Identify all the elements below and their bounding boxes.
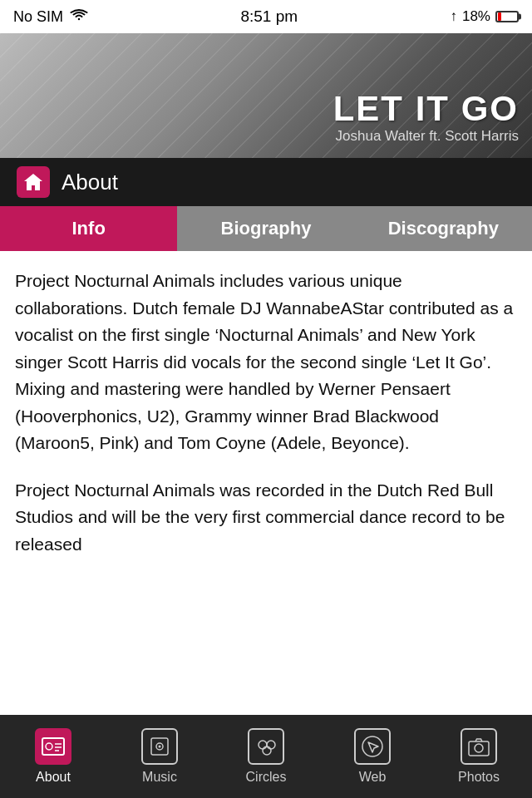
hero-title: LET IT GO (333, 91, 519, 126)
svg-point-10 (259, 741, 267, 749)
location-icon: ↑ (450, 8, 457, 25)
tabs-bar: Info Biography Discography (0, 206, 532, 251)
bottom-nav: About Music Circles (0, 715, 532, 798)
nav-item-about[interactable]: About (0, 715, 106, 798)
status-time: 8:51 pm (240, 7, 298, 26)
tab-discography[interactable]: Discography (355, 206, 532, 251)
svg-point-9 (159, 746, 161, 748)
nav-label-photos: Photos (458, 770, 500, 785)
card-icon (35, 728, 71, 765)
hero-text-block: LET IT GO Joshua Walter ft. Scott Harris (333, 91, 519, 145)
status-left: No SIM (13, 8, 88, 26)
circles-icon (248, 728, 284, 765)
about-icon (17, 166, 50, 198)
svg-point-12 (263, 746, 271, 755)
status-bar: No SIM 8:51 pm ↑ 18% (0, 0, 532, 33)
svg-point-11 (267, 741, 275, 749)
nav-label-web: Web (359, 770, 387, 785)
battery-percent: 18% (462, 8, 490, 25)
nav-label-music: Music (142, 770, 177, 785)
hero-subtitle: Joshua Walter ft. Scott Harris (333, 128, 519, 145)
svg-point-13 (362, 736, 382, 756)
nav-item-web[interactable]: Web (319, 715, 426, 798)
nav-label-circles: Circles (246, 770, 287, 785)
svg-point-3 (46, 743, 52, 750)
nav-item-photos[interactable]: Photos (426, 715, 532, 798)
content-paragraph-1: Project Nocturnal Animals includes vario… (15, 268, 517, 457)
carrier-label: No SIM (13, 8, 63, 26)
nav-label-about: About (36, 770, 71, 785)
content-paragraph-2: Project Nocturnal Animals was recorded i… (15, 477, 517, 559)
svg-point-15 (475, 744, 483, 752)
wifi-icon (70, 8, 88, 25)
hero-image: LET IT GO Joshua Walter ft. Scott Harris (0, 33, 532, 158)
status-right: ↑ 18% (450, 8, 519, 25)
tab-info[interactable]: Info (0, 206, 177, 251)
content-area: Project Nocturnal Animals includes vario… (0, 251, 532, 717)
about-label: About (62, 170, 118, 195)
nav-item-circles[interactable]: Circles (213, 715, 319, 798)
nav-item-music[interactable]: Music (106, 715, 213, 798)
cursor-icon (354, 728, 391, 765)
tab-biography[interactable]: Biography (177, 206, 354, 251)
music-icon (141, 728, 178, 765)
camera-icon (461, 728, 497, 765)
battery-icon (495, 11, 519, 22)
about-header: About (0, 158, 532, 206)
